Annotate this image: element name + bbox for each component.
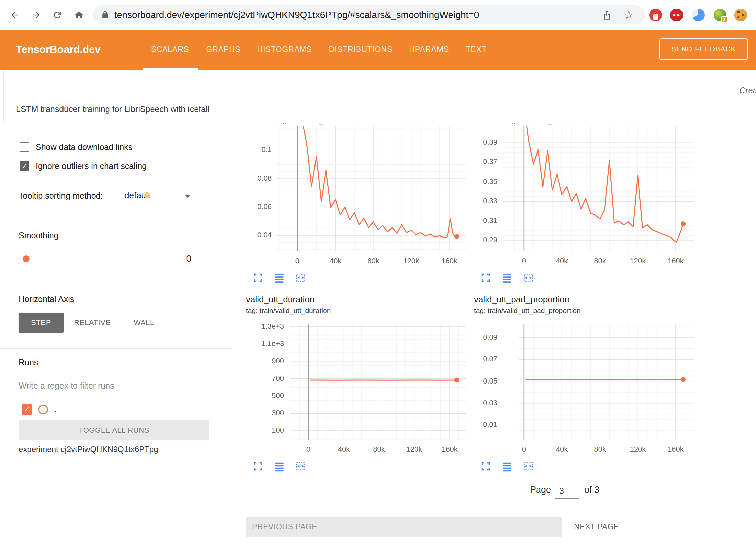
share-icon <box>602 10 612 20</box>
axis-relative-button[interactable]: RELATIVE <box>69 313 116 333</box>
fit-domain-icon <box>523 272 534 283</box>
run-color-circle <box>38 405 48 414</box>
smoothing-slider-thumb[interactable] <box>23 255 30 262</box>
fullscreen-icon <box>480 272 491 283</box>
y-axis-tick-label: 0.05 <box>461 377 497 386</box>
axis-step-button[interactable]: STEP <box>19 313 64 333</box>
y-axis-tick-label: 0.04 <box>235 231 272 239</box>
bookmark-star-button[interactable]: ☆ <box>624 8 634 21</box>
app-logo[interactable]: TensorBoard.dev <box>16 30 101 70</box>
divider <box>0 348 232 349</box>
abp-extension-icon[interactable]: ABP <box>670 9 683 21</box>
y-axis-tick-label: 0.07 <box>461 355 497 363</box>
chart-toolbar <box>252 272 306 283</box>
fit-domain-button[interactable] <box>523 461 534 472</box>
chart-tag-clipped: tag: train/valid_… <box>506 123 653 126</box>
cookie-extension-icon[interactable] <box>734 9 747 21</box>
fit-domain-button[interactable] <box>295 461 306 472</box>
reload-button[interactable] <box>50 8 65 22</box>
tab-text[interactable]: TEXT <box>457 30 495 70</box>
fit-domain-button[interactable] <box>523 272 534 283</box>
adblock-extension-icon[interactable] <box>649 9 662 21</box>
show-download-links-label: Show data download links <box>36 142 132 152</box>
show-download-links-checkbox[interactable] <box>20 142 29 152</box>
fit-domain-icon <box>295 461 306 472</box>
fit-domain-icon <box>523 461 534 472</box>
experiment-id-caption: experiment cj2vtPiwQHKN9Q1tx6PTpg <box>19 445 158 454</box>
address-bar[interactable]: tensorboard.dev/experiment/cj2vtPiwQHKN9… <box>93 5 645 24</box>
y-axis-tick-label: 0.29 <box>461 236 497 244</box>
app-header: TensorBoard.dev SCALARS GRAPHS HISTOGRAM… <box>0 30 756 70</box>
x-axis-tick-label: 120k <box>396 257 426 265</box>
tab-histograms[interactable]: HISTOGRAMS <box>249 30 321 70</box>
fullscreen-icon <box>252 461 264 472</box>
x-axis-tick-label: 40k <box>547 257 577 265</box>
forward-button[interactable] <box>29 8 43 22</box>
page-label: Page <box>530 485 551 495</box>
experiment-description: LSTM transducer training for LibriSpeech… <box>16 104 209 114</box>
axis-wall-button[interactable]: WALL <box>124 313 164 333</box>
data-table-button[interactable] <box>501 272 513 283</box>
smoothing-slider-track[interactable] <box>22 259 159 259</box>
y-axis-tick-label: 0.31 <box>461 216 497 225</box>
send-feedback-button[interactable]: SEND FEEDBACK <box>659 38 748 60</box>
padlock-icon <box>101 11 109 19</box>
share-button[interactable] <box>602 10 612 21</box>
fullscreen-button[interactable] <box>252 272 264 283</box>
profile-avatar[interactable]: 1 <box>714 9 726 21</box>
next-page-button[interactable]: NEXT PAGE <box>574 517 619 537</box>
y-axis-tick-label: 100 <box>247 426 284 435</box>
x-axis-tick-label: 40k <box>547 445 577 454</box>
reload-icon <box>52 10 62 20</box>
abp-label: ABP <box>673 13 680 17</box>
y-axis-tick-label: 0.08 <box>235 174 272 183</box>
fullscreen-button[interactable] <box>480 272 491 283</box>
smoothing-value-input[interactable] <box>168 252 210 266</box>
data-table-button[interactable] <box>274 461 285 472</box>
data-table-button[interactable] <box>501 461 513 472</box>
fit-domain-button[interactable] <box>295 272 306 283</box>
page-number-input[interactable] <box>555 483 579 499</box>
tab-scalars[interactable]: SCALARS <box>143 30 198 70</box>
y-axis-tick-label: 0.03 <box>461 399 497 407</box>
tooltip-sorting-select[interactable]: default <box>122 189 193 203</box>
tab-distributions[interactable]: DISTRIBUTIONS <box>321 30 401 70</box>
x-axis-tick-label: 80k <box>585 445 615 454</box>
previous-page-button[interactable]: PREVIOUS PAGE <box>246 517 562 537</box>
fullscreen-button[interactable] <box>480 461 491 472</box>
y-axis-tick-label: 700 <box>247 374 284 383</box>
settings-sidebar: Show data download links ✓ Ignore outlie… <box>0 123 232 547</box>
scalar-chart-top-left[interactable] <box>276 126 466 251</box>
scalar-chart-valid-utt-duration[interactable] <box>290 324 466 440</box>
toggle-all-runs-button[interactable]: TOGGLE ALL RUNS <box>19 420 209 440</box>
hand-glyph <box>653 14 658 20</box>
ignore-outliers-checkbox[interactable]: ✓ <box>20 161 29 171</box>
run-checkbox[interactable]: ✓ <box>22 404 32 415</box>
y-axis-tick-label: 0.1 <box>235 145 272 154</box>
fullscreen-button[interactable] <box>252 461 264 472</box>
back-arrow-icon <box>10 10 20 20</box>
star-icon: ☆ <box>624 8 634 21</box>
runs-filter-input[interactable] <box>19 376 211 395</box>
scalar-chart-top-right[interactable] <box>503 126 694 251</box>
chart-toolbar <box>480 461 534 472</box>
blue-extension-icon[interactable] <box>692 9 705 21</box>
divider <box>0 285 232 285</box>
tab-hparams[interactable]: HPARAMS <box>401 30 457 70</box>
back-button[interactable] <box>7 8 22 22</box>
chart-toolbar <box>252 461 306 472</box>
x-axis-tick-label: 0 <box>509 257 539 265</box>
y-axis-tick-label: 0.39 <box>461 138 497 147</box>
forward-arrow-icon <box>31 10 41 20</box>
home-button[interactable] <box>72 8 86 22</box>
x-axis-tick-label: 0 <box>293 445 324 454</box>
y-axis-tick-label: 1.1e+3 <box>247 339 284 348</box>
tab-graphs[interactable]: GRAPHS <box>198 30 249 70</box>
y-axis-tick-label: 900 <box>247 357 284 365</box>
x-axis-tick-label: 0 <box>509 445 539 454</box>
data-table-button[interactable] <box>274 272 285 283</box>
scalar-chart-valid-utt-pad-proportion[interactable] <box>519 324 694 440</box>
chart-title: valid_utt_duration <box>246 294 314 305</box>
fullscreen-icon <box>480 461 491 472</box>
runs-label: Runs <box>19 358 38 367</box>
